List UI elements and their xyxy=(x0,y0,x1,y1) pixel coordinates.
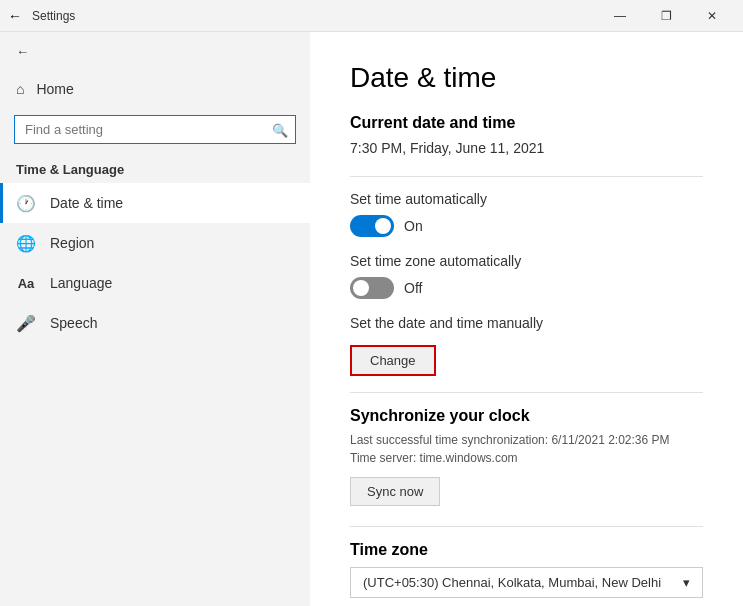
date-time-icon: 🕐 xyxy=(16,193,36,213)
sidebar-item-date-time[interactable]: 🕐 Date & time xyxy=(0,183,310,223)
toggle-auto-tz-knob xyxy=(353,280,369,296)
toggle-auto-tz-row: Off xyxy=(350,277,703,299)
divider-3 xyxy=(350,526,703,527)
maximize-button[interactable]: ❐ xyxy=(643,0,689,32)
main-container: ← ⌂ Home 🔍 Time & Language 🕐 Date & time… xyxy=(0,32,743,606)
set-tz-auto-label: Set time zone automatically xyxy=(350,253,703,269)
toggle-auto-time-knob xyxy=(375,218,391,234)
toggle-auto-tz[interactable] xyxy=(350,277,394,299)
toggle-auto-time-row: On xyxy=(350,215,703,237)
page-title: Date & time xyxy=(350,62,703,94)
sidebar: ← ⌂ Home 🔍 Time & Language 🕐 Date & time… xyxy=(0,32,310,606)
toggle-auto-time-state: On xyxy=(404,218,423,234)
content-area: Date & time Current date and time 7:30 P… xyxy=(310,32,743,606)
title-bar: ← Settings — ❐ ✕ xyxy=(0,0,743,32)
toggle-auto-tz-state: Off xyxy=(404,280,422,296)
search-container: 🔍 xyxy=(0,107,310,152)
sync-section: Synchronize your clock Last successful t… xyxy=(350,407,703,506)
home-label: Home xyxy=(36,81,73,97)
language-icon: Aa xyxy=(16,273,36,293)
manual-time-section: Set the date and time manually Change xyxy=(350,315,703,376)
sidebar-item-label-speech: Speech xyxy=(50,315,97,331)
sidebar-item-language[interactable]: Aa Language xyxy=(0,263,310,303)
sidebar-item-speech[interactable]: 🎤 Speech xyxy=(0,303,310,343)
search-input[interactable] xyxy=(14,115,296,144)
timezone-section: Time zone (UTC+05:30) Chennai, Kolkata, … xyxy=(350,541,703,598)
auto-timezone-setting: Set time zone automatically Off xyxy=(350,253,703,299)
close-button[interactable]: ✕ xyxy=(689,0,735,32)
sync-server-text: Time server: time.windows.com xyxy=(350,451,703,465)
manual-label: Set the date and time manually xyxy=(350,315,703,331)
timezone-section-title: Time zone xyxy=(350,541,703,559)
speech-icon: 🎤 xyxy=(16,313,36,333)
change-button[interactable]: Change xyxy=(352,347,434,374)
sidebar-item-label-language: Language xyxy=(50,275,112,291)
back-button[interactable]: ← xyxy=(0,32,310,71)
set-time-auto-label: Set time automatically xyxy=(350,191,703,207)
minimize-button[interactable]: — xyxy=(597,0,643,32)
current-datetime-value: 7:30 PM, Friday, June 11, 2021 xyxy=(350,140,703,156)
auto-time-setting: Set time automatically On xyxy=(350,191,703,237)
chevron-down-icon: ▾ xyxy=(683,575,690,590)
sync-last-text: Last successful time synchronization: 6/… xyxy=(350,433,703,447)
toggle-auto-time[interactable] xyxy=(350,215,394,237)
title-bar-controls: — ❐ ✕ xyxy=(597,0,735,32)
divider-1 xyxy=(350,176,703,177)
home-button[interactable]: ⌂ Home xyxy=(0,71,310,107)
title-bar-left: ← Settings xyxy=(8,8,75,24)
sync-section-title: Synchronize your clock xyxy=(350,407,703,425)
home-icon: ⌂ xyxy=(16,81,24,97)
back-icon: ← xyxy=(16,44,29,59)
sidebar-item-label-date-time: Date & time xyxy=(50,195,123,211)
divider-2 xyxy=(350,392,703,393)
timezone-value: (UTC+05:30) Chennai, Kolkata, Mumbai, Ne… xyxy=(363,575,661,590)
title-bar-title: Settings xyxy=(32,9,75,23)
timezone-dropdown[interactable]: (UTC+05:30) Chennai, Kolkata, Mumbai, Ne… xyxy=(350,567,703,598)
current-datetime-section-title: Current date and time xyxy=(350,114,703,132)
back-arrow-icon: ← xyxy=(8,8,22,24)
region-icon: 🌐 xyxy=(16,233,36,253)
sync-now-button[interactable]: Sync now xyxy=(350,477,440,506)
change-btn-wrapper: Change xyxy=(350,345,436,376)
sidebar-section-title: Time & Language xyxy=(0,152,310,183)
sidebar-item-region[interactable]: 🌐 Region xyxy=(0,223,310,263)
sidebar-item-label-region: Region xyxy=(50,235,94,251)
